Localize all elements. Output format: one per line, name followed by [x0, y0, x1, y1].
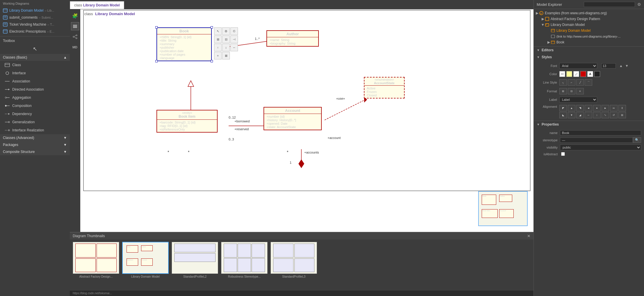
tool-interface-realization[interactable]: Interface Realization [0, 126, 70, 134]
font-size-up-btn[interactable]: ▲ [619, 64, 623, 68]
color-font-swatch[interactable]: A [587, 71, 593, 77]
align-wh-fit[interactable]: ⤡ [602, 112, 609, 118]
tool-aggregation[interactable]: Aggregation [0, 94, 70, 102]
ls-curved-btn[interactable]: ⌐ [568, 79, 575, 86]
tool-association[interactable]: Association [0, 77, 70, 85]
thumbnail-standardprofilel2[interactable]: StandardProfileL2 [172, 242, 218, 278]
tb-expand-btn[interactable]: ↔ [230, 44, 238, 51]
tree-library-leaf[interactable]: Library Domain Model [534, 28, 644, 34]
fmt-btn-3[interactable]: ≡ [576, 88, 584, 94]
ls-straight-btn[interactable]: ╱ [576, 79, 584, 86]
align-mr[interactable]: ► [602, 105, 609, 111]
prop-is-abstract-checkbox[interactable] [561, 152, 565, 156]
tool-composition[interactable]: Composition [0, 102, 70, 110]
align-tr[interactable]: ◥ [576, 105, 584, 111]
align-tl[interactable]: ◤ [559, 105, 567, 111]
diagram-item-electronic[interactable]: Electronic Prescriptions – E... [0, 28, 70, 35]
tb-table-btn[interactable]: ⊞ [214, 36, 222, 43]
align-ml[interactable]: ◄ [585, 105, 592, 111]
ls-ortho-btn[interactable]: ┐ [559, 79, 567, 86]
tool-generalization[interactable]: Generalization [0, 118, 70, 126]
tb-select-btn[interactable]: ↖ [214, 27, 222, 35]
align-br[interactable]: ◢ [576, 112, 584, 118]
tool-directed-assoc[interactable]: Directed Association [0, 85, 70, 94]
editors-header[interactable]: ▼ Editors [534, 47, 644, 54]
align-dist-v[interactable]: ⇕ [618, 105, 626, 111]
diagram-canvas[interactable]: class Library Domain Model 1..* * * [80, 9, 533, 232]
share-icon[interactable] [71, 33, 79, 41]
tb-clone-btn[interactable]: © [230, 27, 238, 35]
font-select[interactable]: Arial Times New Roman Courier New [559, 63, 597, 69]
layers-icon[interactable] [71, 22, 79, 30]
tree-af-arrow[interactable]: ▶ [541, 17, 545, 21]
tree-abstract-factory[interactable]: ▶ Abstract Factory Design Pattern [534, 16, 644, 22]
align-dist-h[interactable]: ⇔ [610, 105, 618, 111]
color-edit-swatch[interactable] [573, 71, 579, 77]
styles-header[interactable]: ▼ Styles [534, 54, 644, 61]
model-explorer-search[interactable] [584, 2, 635, 7]
tb-gear-btn[interactable]: ⚙ [222, 27, 230, 35]
align-extra[interactable]: ⊞ [618, 112, 626, 118]
tree-lib-arrow[interactable]: ▼ [541, 23, 545, 27]
tree-root-arrow[interactable]: ▶ [535, 11, 539, 15]
align-h-fit[interactable]: ↕ [593, 112, 601, 118]
tb-up-btn[interactable]: ↑ [214, 44, 222, 51]
diagram-item-ticket[interactable]: Ticket Vending Machine – T... [0, 21, 70, 28]
thumbnail-library-domain[interactable]: Book Author BookItem Account Library Dom… [122, 242, 169, 278]
prop-name-input[interactable] [560, 130, 641, 135]
thumbnail-abstract-factory[interactable]: Abstract Factory Design... [73, 242, 119, 278]
fmt-btn-1[interactable]: ⊞ [559, 88, 567, 94]
align-mc[interactable]: ● [593, 105, 601, 111]
fmt-btn-2[interactable]: ⊟ [568, 88, 575, 94]
author-class[interactable]: Author +name: String +biography: String [266, 30, 319, 47]
bookitem-class[interactable]: «entity» Book Item +barcode: String[0..1… [156, 110, 218, 133]
tb-del-btn[interactable]: ⊠ [222, 52, 230, 59]
tree-link-leaf[interactable]: (link to http://www.uml-diagrams.org/lib… [534, 34, 644, 39]
puzzle-icon[interactable]: 🧩 [71, 12, 79, 20]
handle-bl[interactable] [155, 60, 158, 62]
tb-split-btn[interactable]: ⊟ [222, 36, 230, 43]
align-bc[interactable]: ▼ [568, 112, 575, 118]
accountstate-enum[interactable]: «enumeration» AccountState Active Frozen… [364, 77, 405, 98]
tree-book-leaf[interactable]: ▶ Book [534, 39, 644, 45]
color-red-swatch[interactable] [580, 71, 586, 77]
font-size-down-btn[interactable]: ▼ [625, 64, 629, 68]
align-tc[interactable]: ▲ [568, 105, 575, 111]
prop-stereotype-input[interactable] [560, 138, 633, 143]
label-select[interactable]: Label None Custom [559, 97, 597, 103]
ls-sharp-btn[interactable]: ⌒ [585, 79, 592, 86]
book-class[interactable]: Book +ISBN: String[0..1] {id} +title: St… [156, 27, 212, 61]
align-bl[interactable]: ◣ [559, 112, 567, 118]
classes-advanced-header[interactable]: Classes (Advanced) ▼ [0, 134, 70, 141]
tool-dependency[interactable]: Dependency [0, 110, 70, 118]
account-class[interactable]: Account +number {id} +history: History[0… [264, 107, 322, 130]
align-reset[interactable]: ↺ [610, 112, 618, 118]
align-w-fit[interactable]: ↔ [585, 112, 592, 118]
thumbnail-standardprofilel3[interactable]: StandardProfileL3 [271, 242, 317, 278]
tree-root[interactable]: ▶ E Examples (from www.uml-diagrams.org) [534, 10, 644, 16]
composite-structure-header[interactable]: Composite Structure ▼ [0, 148, 70, 155]
tree-book-arrow[interactable]: ▶ [547, 40, 551, 44]
properties-header[interactable]: ▼ Properties [534, 121, 644, 128]
diagram-item-submit[interactable]: submit_comments – Submi... [0, 14, 70, 21]
tree-library-folder[interactable]: ▼ Library Domain Model [534, 22, 644, 28]
color-black-swatch[interactable] [594, 71, 600, 77]
packages-header[interactable]: Packages ▼ [0, 141, 70, 148]
handle-br[interactable] [211, 60, 213, 62]
classes-basic-header[interactable]: Classes (Basic) ▲ [0, 54, 70, 61]
model-explorer-gear[interactable]: ⚙ [637, 2, 641, 7]
canvas-thumbnail-preview[interactable]: Book Author Book Item Account [478, 191, 528, 226]
prop-stereotype-search-btn[interactable]: 🔍 [633, 137, 641, 143]
md-icon[interactable]: MD [71, 43, 79, 51]
tool-interface[interactable]: Interface [0, 69, 70, 77]
font-size-input[interactable] [601, 63, 616, 68]
thumbnail-close-btn[interactable]: ✕ [527, 234, 531, 238]
tb-link-btn[interactable]: ⊣ [230, 36, 238, 43]
handle-tr[interactable] [211, 26, 213, 29]
color-line-swatch[interactable] [559, 71, 565, 77]
tab-library-domain[interactable]: class Library Domain Model [70, 1, 124, 9]
tool-class[interactable]: Class [0, 61, 70, 69]
prop-visibility-select[interactable]: public private protected package [560, 145, 641, 150]
color-fill-swatch[interactable] [566, 71, 572, 77]
tb-down-btn[interactable]: ↕ [222, 44, 230, 51]
